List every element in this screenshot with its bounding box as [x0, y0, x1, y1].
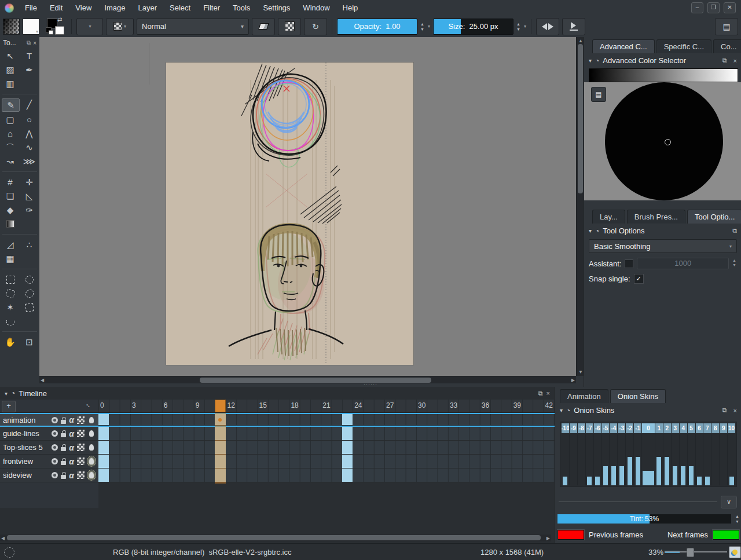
collapse-icon[interactable]: ▾: [5, 390, 8, 397]
menu-image[interactable]: Image: [98, 1, 131, 14]
onion-number--6[interactable]: -6: [594, 423, 601, 433]
gradient-preset-button[interactable]: ▾: [106, 18, 134, 35]
add-layer-button[interactable]: +: [2, 401, 16, 412]
assistant-magnetism-spinbox[interactable]: 1000 ▲▼: [637, 258, 729, 269]
menu-settings[interactable]: Settings: [256, 1, 296, 14]
onion-bar-col-10[interactable]: [727, 434, 735, 485]
canvas-area[interactable]: [39, 37, 576, 376]
minimize-button[interactable]: –: [691, 2, 703, 13]
tab-animation[interactable]: Animation: [560, 389, 608, 403]
onion-bar-col--1[interactable]: [633, 434, 641, 485]
assistants-tool[interactable]: ◿: [2, 239, 19, 251]
onion-bar-col-8[interactable]: [711, 434, 719, 485]
onion-number-6[interactable]: 6: [696, 423, 703, 433]
magic-wand-select-tool[interactable]: ✶: [2, 301, 19, 313]
onion-bar-col--6[interactable]: [593, 434, 601, 485]
onion-bar-col-0[interactable]: [641, 434, 655, 485]
onion-number--8[interactable]: -8: [578, 423, 585, 433]
pan-tool[interactable]: ✋: [2, 336, 19, 348]
onion-number-0[interactable]: 0: [642, 423, 655, 433]
onion-skin-bulb-icon[interactable]: [89, 430, 94, 437]
onion-number-5[interactable]: 5: [688, 423, 695, 433]
color-sampler-tool[interactable]: ✑: [21, 204, 38, 216]
onion-bar-col--4[interactable]: [609, 434, 617, 485]
collapse-settings-button[interactable]: ∨: [721, 496, 737, 508]
onion-bar-col--5[interactable]: [601, 434, 610, 485]
tab-tool-optio-[interactable]: Tool Optio...: [687, 210, 741, 224]
close-docker-icon[interactable]: ×: [733, 407, 737, 414]
onion-number-7[interactable]: 7: [703, 423, 711, 433]
lock-icon[interactable]: [61, 420, 66, 424]
selector-settings-button[interactable]: ▤: [591, 87, 606, 102]
timeline-scrollbar-thumb[interactable]: [7, 535, 541, 540]
current-frame-marker[interactable]: [215, 400, 225, 412]
onion-number--7[interactable]: -7: [586, 423, 593, 433]
vertical-scrollbar-thumb[interactable]: [578, 44, 583, 193]
mirror-horizontal-button[interactable]: [536, 18, 559, 35]
close-docker-icon[interactable]: ×: [33, 40, 36, 46]
selection-mode-icon[interactable]: [4, 547, 14, 558]
measure-tool[interactable]: ◺: [21, 190, 38, 202]
smoothing-mode-select[interactable]: Basic Smoothing ▾: [589, 239, 737, 253]
keyframe-11[interactable]: [215, 469, 225, 482]
size-spin-buttons[interactable]: ▲▼: [516, 22, 520, 31]
menu-help[interactable]: Help: [336, 1, 365, 14]
menu-file[interactable]: File: [19, 1, 43, 14]
scroll-left-icon[interactable]: ◀: [1, 535, 5, 542]
maximize-button[interactable]: ❐: [707, 2, 720, 13]
float-docker-icon[interactable]: ⧉: [722, 57, 727, 64]
expand-icon[interactable]: ↔: [84, 400, 93, 409]
crop-tool[interactable]: #: [2, 176, 19, 188]
float-docker-icon[interactable]: ⧉: [538, 390, 543, 397]
freehand-select-tool[interactable]: [21, 287, 38, 299]
onion-number--9[interactable]: -9: [570, 423, 577, 433]
keyframe-0[interactable]: [98, 455, 109, 468]
vertical-scrollbar[interactable]: ▲ ▼: [576, 37, 584, 376]
rectangle-tool[interactable]: ▢: [2, 114, 19, 126]
inherit-alpha-icon[interactable]: [77, 416, 85, 424]
perspective-grid-tool[interactable]: ∴: [21, 239, 38, 251]
collapse-icon[interactable]: ▾: [589, 57, 592, 64]
keyframe-23[interactable]: [342, 455, 353, 468]
onion-bar-col-1[interactable]: [655, 434, 663, 485]
keyframe-23[interactable]: [342, 469, 353, 482]
close-docker-icon[interactable]: ×: [546, 390, 550, 397]
keyframe-0[interactable]: [98, 441, 109, 454]
float-docker-icon[interactable]: ⧉: [732, 227, 737, 235]
keyframe-11[interactable]: [215, 414, 225, 425]
onion-skin-bulb-icon[interactable]: [89, 444, 94, 451]
alpha-icon[interactable]: α: [69, 444, 74, 452]
layer-label[interactable]: sideviewα: [0, 469, 98, 482]
blending-mode-select[interactable]: Normal ▾: [137, 19, 249, 35]
alpha-icon[interactable]: α: [69, 457, 74, 466]
layer-row-sideview[interactable]: sideviewα: [0, 469, 555, 482]
background-color[interactable]: [55, 26, 64, 35]
color-wheel[interactable]: [605, 82, 723, 200]
keyframe-0[interactable]: [98, 427, 109, 440]
onion-bar-col-2[interactable]: [663, 434, 671, 485]
frame-cells[interactable]: [98, 469, 555, 482]
tab-co-[interactable]: Co...: [713, 39, 741, 53]
collapse-icon[interactable]: ▾: [589, 228, 592, 234]
multibrush-tool[interactable]: ⋙: [21, 155, 38, 167]
onion-number--3[interactable]: -3: [618, 423, 625, 433]
dynamic-brush-tool[interactable]: ↝: [2, 155, 19, 167]
tint-slider[interactable]: Tint: 53%: [557, 514, 731, 524]
pattern-chooser-button[interactable]: ▾: [23, 19, 39, 35]
onion-bar-col--8[interactable]: [577, 434, 585, 485]
layer-label[interactable]: frontviewα: [0, 455, 98, 469]
freehand-path-tool[interactable]: ∿: [21, 141, 38, 153]
tab-lay-[interactable]: Lay...: [592, 210, 625, 224]
menu-tools[interactable]: Tools: [226, 1, 256, 14]
onion-bar-col--2[interactable]: [625, 434, 633, 485]
horizontal-scrollbar[interactable]: ◀ ▶: [39, 376, 576, 384]
assistant-checkbox[interactable]: [625, 259, 633, 268]
keyframe-0[interactable]: [98, 414, 109, 425]
layer-row-guide-lines[interactable]: guide-linesα: [0, 427, 555, 441]
onion-number-3[interactable]: 3: [672, 423, 679, 433]
text-tool[interactable]: T: [21, 50, 38, 62]
visibility-eye-icon[interactable]: [52, 458, 58, 464]
menu-view[interactable]: View: [69, 1, 98, 14]
tab-onion-skins[interactable]: Onion Skins: [610, 389, 666, 403]
opacity-slider[interactable]: Opacity: 1.00: [337, 19, 417, 35]
